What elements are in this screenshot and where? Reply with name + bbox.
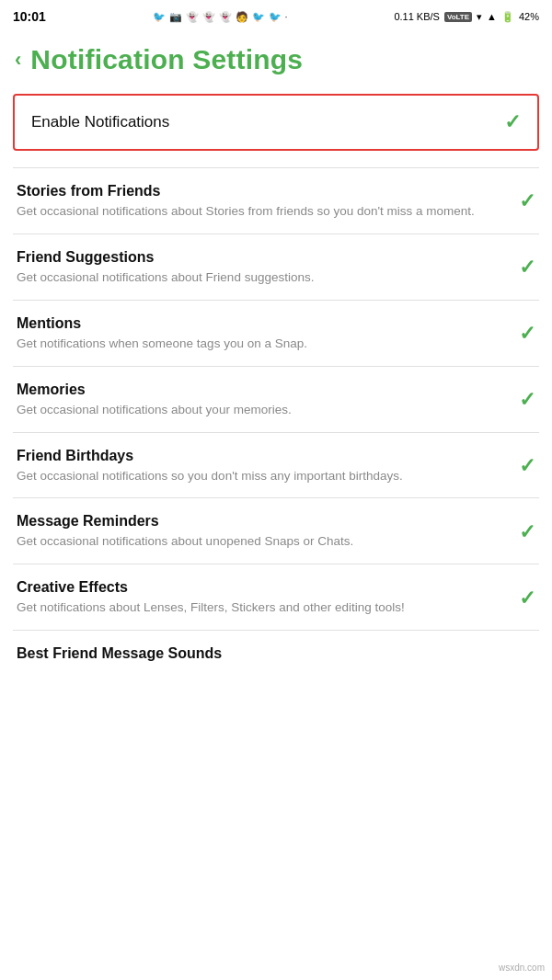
setting-item-stories-from-friends[interactable]: Stories from FriendsGet occasional notif… [0,168,552,234]
page-title: Notification Settings [30,44,303,75]
setting-item-friend-birthdays[interactable]: Friend BirthdaysGet occasional notificat… [0,433,552,498]
best-friend-title: Best Friend Message Sounds [17,645,517,662]
best-friend-content: Best Friend Message Sounds [17,645,535,666]
header: ‹ Notification Settings [0,33,552,94]
snapchat-icon-1: 👻 [186,11,199,23]
setting-desc-friend-birthdays: Get occasional notifications so you don'… [17,468,489,485]
status-right: 0.11 KB/S VoLTE ▾ ▲ 🔋 42% [394,11,539,23]
snapchat-icon-3: 👻 [219,11,232,23]
instagram-icon: 📷 [169,11,182,23]
setting-content-stories-from-friends: Stories from FriendsGet occasional notif… [17,183,508,221]
setting-content-mentions: MentionsGet notifications when someone t… [17,315,508,353]
facebook-icon: 🐦 [153,11,166,23]
setting-content-memories: MemoriesGet occasional notifications abo… [17,382,508,419]
enable-notifications-row[interactable]: Enable Notifications ✓ [13,94,539,151]
setting-check-mentions: ✓ [508,322,535,346]
setting-desc-mentions: Get notifications when someone tags you … [17,336,489,353]
setting-check-friend-birthdays: ✓ [508,454,535,478]
setting-title-creative-effects: Creative Effects [17,579,489,596]
setting-check-memories: ✓ [508,388,535,412]
setting-desc-friend-suggestions: Get occasional notifications about Frien… [17,269,489,287]
best-friend-message-row[interactable]: Best Friend Message Sounds [0,631,552,669]
twitter-icon-1: 🐦 [252,11,265,23]
setting-title-mentions: Mentions [17,315,489,332]
setting-title-stories-from-friends: Stories from Friends [17,183,489,199]
bitstrips-icon: 🧑 [236,11,248,23]
setting-title-message-reminders: Message Reminders [17,513,489,530]
snapchat-icon-2: 👻 [202,11,215,23]
setting-title-friend-birthdays: Friend Birthdays [17,448,489,464]
watermark: wsxdn.com [499,963,545,973]
signal-icon: ▲ [487,11,497,22]
setting-desc-message-reminders: Get occasional notifications about unope… [17,533,489,551]
dot-separator: · [285,11,288,22]
setting-content-creative-effects: Creative EffectsGet notifications about … [17,579,508,617]
status-bar: 10:01 🐦 📷 👻 👻 👻 🧑 🐦 🐦 · 0.11 KB/S VoLTE … [0,0,552,33]
setting-item-friend-suggestions[interactable]: Friend SuggestionsGet occasional notific… [0,234,552,300]
setting-item-memories[interactable]: MemoriesGet occasional notifications abo… [0,367,552,432]
enable-notifications-label: Enable Notifications [31,113,169,131]
battery-percent: 42% [519,11,539,22]
setting-content-message-reminders: Message RemindersGet occasional notifica… [17,513,508,551]
back-button[interactable]: ‹ [15,50,21,70]
setting-check-message-reminders: ✓ [508,520,535,544]
setting-desc-memories: Get occasional notifications about your … [17,402,489,419]
setting-check-friend-suggestions: ✓ [508,256,535,279]
setting-check-stories-from-friends: ✓ [508,189,535,213]
wifi-icon: ▾ [477,11,482,23]
twitter-icon-2: 🐦 [269,11,282,23]
settings-list: Stories from FriendsGet occasional notif… [0,167,552,630]
setting-check-creative-effects: ✓ [508,587,535,610]
setting-title-memories: Memories [17,382,489,398]
setting-content-friend-birthdays: Friend BirthdaysGet occasional notificat… [17,448,508,485]
enable-notifications-check: ✓ [504,112,521,132]
setting-desc-stories-from-friends: Get occasional notifications about Stori… [17,203,489,221]
battery-icon: 🔋 [501,11,514,23]
setting-item-message-reminders[interactable]: Message RemindersGet occasional notifica… [0,498,552,564]
data-speed: 0.11 KB/S [394,11,440,22]
status-icons: 🐦 📷 👻 👻 👻 🧑 🐦 🐦 · [153,11,288,23]
setting-item-mentions[interactable]: MentionsGet notifications when someone t… [0,301,552,366]
setting-desc-creative-effects: Get notifications about Lenses, Filters,… [17,599,489,617]
status-time: 10:01 [13,9,46,24]
volte-badge: VoLTE [444,12,472,22]
setting-title-friend-suggestions: Friend Suggestions [17,249,489,266]
setting-item-creative-effects[interactable]: Creative EffectsGet notifications about … [0,564,552,630]
setting-content-friend-suggestions: Friend SuggestionsGet occasional notific… [17,249,508,287]
